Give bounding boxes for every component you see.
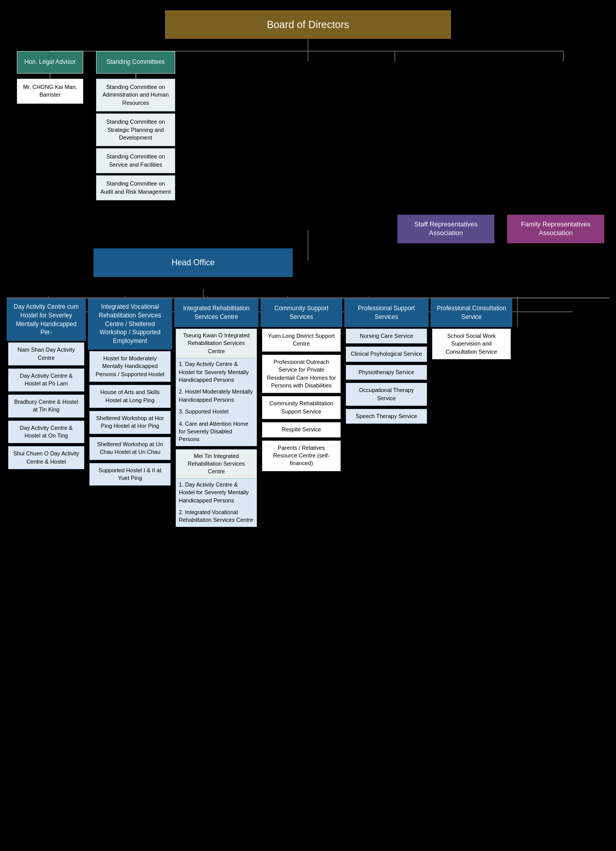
col6-container: Professional Consultation Service School…	[431, 298, 512, 361]
col4-item-1: Professional Outreach Service for Privat…	[262, 355, 341, 394]
board-of-directors: Board of Directors	[165, 10, 451, 39]
col1-container: Day Activity Centre cum Hostel for Sever…	[7, 298, 86, 471]
committee-item-4: Standing Committee on Audit and Risk Man…	[96, 175, 175, 200]
col3-sub1-header: Tseung Kwan O Integrated Rehabilitation …	[176, 329, 256, 358]
col2-item-1: House of Arts and Skills Hostel at Long …	[89, 385, 171, 408]
legal-advisor-header: Hon. Legal Advisor	[17, 51, 83, 74]
legal-advisor-name: Mr. CHONG Kai Man, Barrister	[17, 79, 83, 104]
col4-item-0: Yuen Long District Support Centre	[262, 329, 341, 352]
col3-sub1-item-2: 3. Supported Hostel	[176, 406, 256, 418]
col5-item-0: Nursing Care Service	[346, 329, 427, 343]
col4-item-2: Community Rehabilitation Support Service	[262, 396, 341, 419]
col3-sub2-item-1: 2. Integrated Vocational Rehabiltation S…	[176, 507, 256, 526]
col3-sub1-item-3: 4. Care and Attention Home for Severely …	[176, 418, 256, 446]
committee-item-2: Standing Committee on Strategic Planning…	[96, 113, 175, 146]
staff-rep-box: Staff Representatives Association	[397, 215, 494, 243]
col2-item-4: Supported Hostel I & II at Yuet Ping	[89, 463, 171, 486]
board-title: Board of Directors	[267, 18, 349, 31]
col1-item-0: Nam Shan Day Activity Centre	[8, 342, 84, 365]
col2-container: Integrated Vocational Rehabilitation Ser…	[88, 298, 172, 487]
col4-container: Community Support Services Yuen Long Dis…	[260, 298, 342, 473]
col3-container: Integrated Rehabilitation Services Centr…	[174, 298, 258, 528]
col5-header: Professional Support Services	[344, 298, 429, 327]
col3-sub2-header: Mei Tin Integrated Rehabilitation Servic…	[176, 450, 256, 479]
col5-container: Professional Support Services Nursing Ca…	[344, 298, 429, 425]
col3-header: Integrated Rehabilitation Services Centr…	[174, 298, 258, 327]
col4-item-4: Parents / Relatives Resource Centre (sel…	[262, 441, 341, 471]
committee-item-3: Standing Committee on Service and Facili…	[96, 148, 175, 173]
head-office: Head Office	[93, 248, 293, 277]
col4-item-3: Respite Service	[262, 422, 341, 437]
col2-header: Integrated Vocational Rehabilitation Ser…	[88, 298, 172, 350]
col2-item-2: Sheltered Workshop at Hor Ping Hostel at…	[89, 411, 171, 434]
col2-item-3: Sheltered Workshop at Un Chau Hostel at …	[89, 437, 171, 460]
col6-item-0: School Social Work Supervision and Consu…	[432, 329, 511, 359]
standing-committees-header: Standing Committees	[96, 51, 175, 74]
col5-item-1: Clinical Psyhological Service	[346, 347, 427, 361]
col3-sub2-item-0: 1. Day Activity Centre & Hostel for Seve…	[176, 479, 256, 507]
col5-item-4: Speech Therapy Service	[346, 409, 427, 424]
col1-item-4: Shui Chuen O Day Activity Centre & Hoste…	[8, 446, 84, 469]
col1-item-3: Day Activity Centre & Hostel at On Ting	[8, 421, 84, 444]
col2-item-0: Hostel for Moderately Mentally Handicapp…	[89, 351, 171, 382]
family-rep-box: Family Representatives Association	[507, 215, 604, 243]
col5-item-2: Physiotherapy Service	[346, 365, 427, 380]
col1-item-2: Bradbury Centre & Hostel at Tin King	[8, 395, 84, 418]
col4-header: Community Support Services	[260, 298, 342, 327]
col5-item-3: Occupational Therapy Service	[346, 383, 427, 406]
col1-item-1: Day Activity Centre & Hostel at Po Lam	[8, 369, 84, 392]
col3-sub1-item-0: 1. Day Activity Centre & Hostel for Seve…	[176, 358, 256, 386]
col3-sub1-item-1: 2. Hostel Moderately Mentally Handicappe…	[176, 386, 256, 406]
col6-header: Professional Consultation Service	[431, 298, 512, 327]
col1-header: Day Activity Centre cum Hostel for Sever…	[7, 298, 86, 341]
committee-item-1: Standing Committee on Administration and…	[96, 79, 175, 111]
